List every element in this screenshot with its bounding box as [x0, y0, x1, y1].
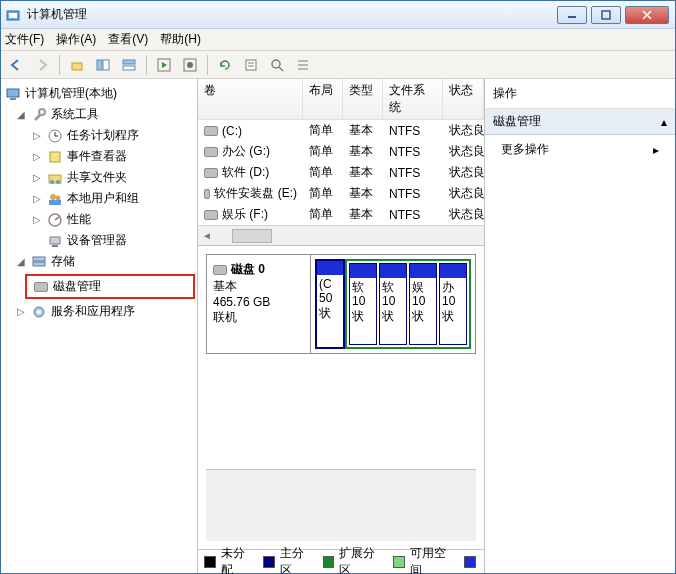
storage-icon: [31, 254, 47, 270]
svg-rect-6: [72, 63, 82, 70]
svg-rect-8: [103, 60, 109, 70]
refresh-button[interactable]: [214, 54, 236, 76]
titlebar[interactable]: 计算机管理: [1, 1, 675, 29]
collapse-arrow-icon: ▴: [661, 115, 667, 129]
volume-row[interactable]: 娱乐 (F:)简单基本NTFS状态良: [198, 204, 484, 225]
actions-selected[interactable]: 磁盘管理 ▴: [485, 109, 675, 135]
disk-icon: [33, 279, 49, 295]
actions-pane: 操作 磁盘管理 ▴ 更多操作 ▸: [485, 79, 675, 573]
minimize-button[interactable]: [557, 6, 587, 24]
tree-storage[interactable]: ◢ 存储: [3, 251, 195, 272]
volume-row[interactable]: 办公 (G:)简单基本NTFS状态良: [198, 141, 484, 162]
volume-row[interactable]: (C:)简单基本NTFS状态良: [198, 120, 484, 141]
properties-button[interactable]: [240, 54, 262, 76]
forward-button[interactable]: [31, 54, 53, 76]
view-button-1[interactable]: [92, 54, 114, 76]
find-button[interactable]: [266, 54, 288, 76]
disk-partitions: (C 50 状 软10状软10状娱10状办10状: [311, 255, 475, 353]
menu-view[interactable]: 查看(V): [108, 31, 148, 48]
svg-line-18: [279, 67, 283, 71]
list-button[interactable]: [292, 54, 314, 76]
back-button[interactable]: [5, 54, 27, 76]
app-window: 计算机管理 文件(F) 操作(A) 查看(V) 帮助(H) 计算机: [0, 0, 676, 574]
menubar: 文件(F) 操作(A) 查看(V) 帮助(H): [1, 29, 675, 51]
expand-icon[interactable]: ▷: [31, 151, 43, 163]
tree-task-scheduler[interactable]: ▷ 任务计划程序: [3, 125, 195, 146]
partition-logical[interactable]: 软10状: [349, 263, 377, 345]
expand-icon[interactable]: ▷: [31, 214, 43, 226]
horizontal-scrollbar[interactable]: ◄: [198, 225, 484, 245]
disk-mgmt-highlight: 磁盘管理: [25, 274, 195, 299]
up-button[interactable]: [66, 54, 88, 76]
drive-icon: [204, 147, 218, 157]
col-volume[interactable]: 卷: [198, 79, 303, 119]
perf-icon: [47, 212, 63, 228]
tree-root[interactable]: 计算机管理(本地): [3, 83, 195, 104]
svg-rect-9: [123, 60, 135, 64]
svg-rect-7: [97, 60, 102, 70]
menu-action[interactable]: 操作(A): [56, 31, 96, 48]
partition-primary[interactable]: (C 50 状: [315, 259, 345, 349]
expand-icon[interactable]: ▷: [31, 172, 43, 184]
expand-icon[interactable]: ▷: [31, 193, 43, 205]
collapse-icon[interactable]: ◢: [15, 256, 27, 268]
legend-unallocated: 未分配: [204, 545, 255, 575]
disk-info[interactable]: 磁盘 0 基本 465.76 GB 联机: [207, 255, 311, 353]
svg-rect-28: [50, 152, 60, 162]
play-button[interactable]: [153, 54, 175, 76]
tree-services-apps[interactable]: ▷ 服务和应用程序: [3, 301, 195, 322]
svg-point-31: [56, 180, 60, 184]
disk-status: 联机: [213, 309, 304, 326]
partition-logical[interactable]: 软10状: [379, 263, 407, 345]
tree-event-viewer[interactable]: ▷ 事件查看器: [3, 146, 195, 167]
view-button-2[interactable]: [118, 54, 140, 76]
col-status[interactable]: 状态: [443, 79, 484, 119]
svg-point-13: [187, 62, 193, 68]
disk-icon: [213, 265, 227, 275]
tree-shared-folders[interactable]: ▷ 共享文件夹: [3, 167, 195, 188]
partition-logical[interactable]: 娱10状: [409, 263, 437, 345]
svg-rect-37: [50, 237, 60, 244]
expand-icon[interactable]: ▷: [15, 306, 27, 318]
disk-type: 基本: [213, 278, 304, 295]
col-type[interactable]: 类型: [343, 79, 383, 119]
tree-device-manager[interactable]: ▷ 设备管理器: [3, 230, 195, 251]
maximize-button[interactable]: [591, 6, 621, 24]
partition-logical[interactable]: 办10状: [439, 263, 467, 345]
volume-row[interactable]: 软件安装盘 (E:)简单基本NTFS状态良: [198, 183, 484, 204]
col-fs[interactable]: 文件系统: [383, 79, 443, 119]
tree-performance[interactable]: ▷ 性能: [3, 209, 195, 230]
expand-icon[interactable]: ▷: [31, 130, 43, 142]
disk-map-scroll-area[interactable]: [206, 469, 476, 541]
volume-row[interactable]: 软件 (D:)简单基本NTFS状态良: [198, 162, 484, 183]
tree-local-users[interactable]: ▷ 本地用户和组: [3, 188, 195, 209]
folder-share-icon: [47, 170, 63, 186]
config-button[interactable]: [179, 54, 201, 76]
disk-row[interactable]: 磁盘 0 基本 465.76 GB 联机 (C 50 状: [206, 254, 476, 354]
drive-icon: [204, 126, 218, 136]
collapse-icon[interactable]: ◢: [15, 109, 27, 121]
volume-header[interactable]: 卷 布局 类型 文件系统 状态: [198, 79, 484, 120]
col-layout[interactable]: 布局: [303, 79, 343, 119]
menu-help[interactable]: 帮助(H): [160, 31, 201, 48]
svg-point-42: [37, 310, 41, 314]
clock-icon: [47, 128, 63, 144]
submenu-arrow-icon: ▸: [653, 143, 659, 157]
svg-rect-34: [49, 200, 61, 205]
close-button[interactable]: [625, 6, 669, 24]
tree-pane[interactable]: 计算机管理(本地) ◢ 系统工具 ▷ 任务计划程序 ▷ 事件查看器 ▷ 共享文件…: [1, 79, 198, 573]
device-icon: [47, 233, 63, 249]
actions-more[interactable]: 更多操作 ▸: [485, 135, 675, 164]
scrollbar-thumb[interactable]: [232, 229, 272, 243]
svg-rect-3: [602, 11, 610, 19]
svg-rect-38: [52, 245, 58, 247]
volume-list[interactable]: 卷 布局 类型 文件系统 状态 (C:)简单基本NTFS状态良办公 (G:)简单…: [198, 79, 484, 246]
disk-label: 磁盘 0: [231, 261, 265, 278]
tree-system-tools[interactable]: ◢ 系统工具: [3, 104, 195, 125]
svg-rect-23: [10, 98, 16, 100]
actions-header: 操作: [485, 79, 675, 109]
menu-file[interactable]: 文件(F): [5, 31, 44, 48]
app-icon: [5, 7, 21, 23]
tree-disk-management[interactable]: 磁盘管理: [27, 276, 175, 297]
tree-root-label: 计算机管理(本地): [25, 85, 117, 102]
